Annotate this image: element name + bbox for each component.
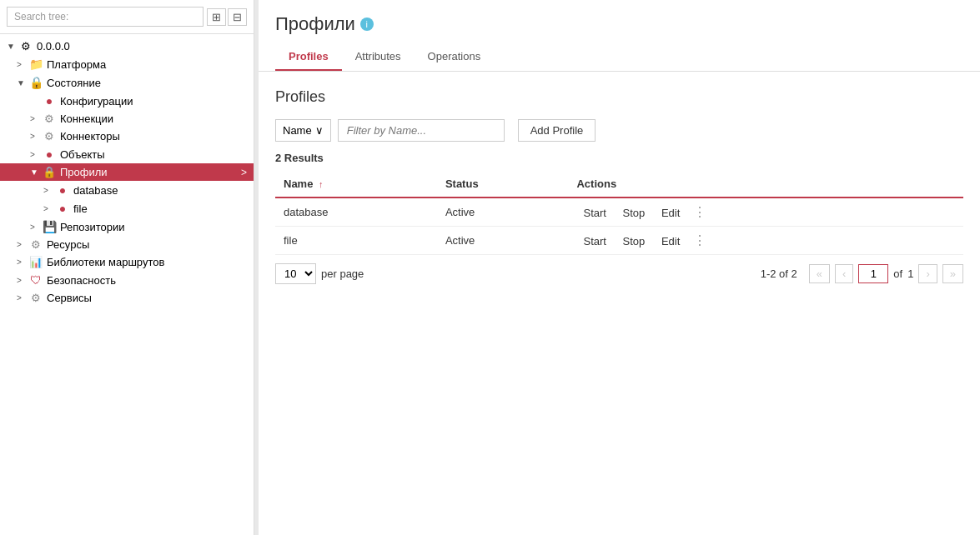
chevron-down-icon: ∨ [315,124,324,137]
tree-item-profiles-database[interactable]: > ● database [0,181,254,199]
cell-status-database: Active [437,198,569,227]
content-area: Profiles Name ∨ Add Profile 2 Results Na… [259,72,980,535]
shield-icon: 🛡 [28,273,43,287]
info-icon[interactable]: i [360,18,374,31]
arrow-services: > [17,293,28,302]
tree-item-repositories[interactable]: > 💾 Репозитории [0,218,254,236]
arrow-resources: > [17,240,28,249]
sort-arrow-icon: ↑ [319,179,324,189]
tree-label-services: Сервисы [47,292,92,304]
pagination-next-button[interactable]: › [918,264,937,283]
pagination-page-input[interactable] [858,264,888,283]
connectors-icon: ⚙ [42,130,57,142]
tree-label-connectors: Коннекторы [60,130,120,142]
sidebar: ⊞ ⊟ ▼ ⚙ 0.0.0.0 > 📁 Платформа ▼ 🔒 Состоя… [0,0,254,535]
more-button-file[interactable]: ⋮ [690,232,710,248]
main-content: Профили i Profiles Attributes Operations… [259,0,980,535]
tree-label-configurations: Конфигурации [60,95,133,108]
search-bar: ⊞ ⊟ [0,0,254,34]
arrow-profiles-file: > [43,204,55,213]
stop-button-file[interactable]: Stop [616,235,652,248]
pagination-first-button[interactable]: « [809,264,830,283]
edit-button-database[interactable]: Edit [655,207,686,219]
tree-item-profiles-file[interactable]: > ● file [0,199,254,218]
results-info: 2 Results [275,152,963,164]
tree-label-objects: Объекты [60,148,105,161]
start-button-database[interactable]: Start [576,207,612,219]
arrow-profiles: ▼ [30,168,42,177]
chart-icon: 📊 [28,256,43,268]
tree-item-resources[interactable]: > ⚙ Ресурсы [0,236,254,253]
filter-dropdown-label: Name [283,124,312,137]
arrow-state: ▼ [17,78,28,88]
tree-item-connections[interactable]: > ⚙ Коннекции [0,110,254,128]
arrow-connectors: > [30,132,42,141]
more-button-database[interactable]: ⋮ [690,204,710,220]
tree-label-platform: Платформа [47,58,106,71]
collapse-tree-button[interactable]: ⊟ [228,8,247,26]
gear-icon: ⚙ [18,40,33,52]
tree-label-profiles-database: database [73,184,118,197]
per-page-select[interactable]: 10 25 50 [275,263,316,284]
lock-icon: 🔒 [28,76,43,89]
profiles-table: Name ↑ Status Actions database Active St… [275,171,963,255]
pagination-prev-button[interactable]: ‹ [835,264,853,283]
tree-item-security[interactable]: > 🛡 Безопасность [0,271,254,289]
arrow-objects: > [30,150,42,159]
main-header: Профили i Profiles Attributes Operations [259,0,980,72]
expand-tree-button[interactable]: ⊞ [207,8,226,26]
tree-label-profiles-file: file [73,202,88,215]
tree-item-state[interactable]: ▼ 🔒 Состояние [0,73,254,92]
arrow-connections: > [30,114,42,123]
tree-item-route-libs[interactable]: > 📊 Библиотеки маршрутов [0,253,254,271]
database-icon: ● [55,183,70,197]
per-page-label: per page [321,268,364,280]
pagination-last-button[interactable]: » [942,264,963,283]
add-profile-button[interactable]: Add Profile [518,119,596,142]
filter-bar: Name ∨ Add Profile [275,119,963,142]
arrow-root: ▼ [7,42,18,51]
page-title: Профили i [275,13,963,35]
resources-icon: ⚙ [28,238,43,251]
tree-item-root[interactable]: ▼ ⚙ 0.0.0.0 [0,38,254,55]
tab-operations[interactable]: Operations [415,43,495,71]
search-input[interactable] [7,7,204,27]
tree-item-profiles[interactable]: ▼ 🔒 Профили > [0,163,254,181]
tabs: Profiles Attributes Operations [275,43,963,71]
tree-label-repositories: Репозитории [60,221,124,233]
arrow-security: > [17,276,28,285]
tree: ▼ ⚙ 0.0.0.0 > 📁 Платформа ▼ 🔒 Состояние … [0,34,254,535]
tree-item-connectors[interactable]: > ⚙ Коннекторы [0,128,254,145]
cell-name-database: database [275,198,437,227]
arrow-repositories: > [30,222,42,232]
pagination-range: 1-2 of 2 [761,268,797,280]
tree-item-platform[interactable]: > 📁 Платформа [0,55,254,73]
app-container: ⊞ ⊟ ▼ ⚙ 0.0.0.0 > 📁 Платформа ▼ 🔒 Состоя… [0,0,980,535]
tree-label-profiles: Профили [60,166,108,178]
tree-item-configurations[interactable]: › ● Конфигурации [0,92,254,110]
tree-label-connections: Коннекции [60,112,113,125]
tab-profiles[interactable]: Profiles [275,43,342,71]
tab-attributes[interactable]: Attributes [342,43,415,71]
pagination-of-label: of [893,268,902,280]
start-button-file[interactable]: Start [576,235,612,248]
filter-dropdown[interactable]: Name ∨ [275,119,331,142]
column-actions: Actions [568,171,963,198]
section-title: Profiles [275,88,963,106]
filter-input[interactable] [338,119,505,142]
page-title-text: Профили [275,13,355,35]
folder-icon: 📁 [28,58,43,71]
edit-button-file[interactable]: Edit [655,235,686,248]
arrow-platform: > [17,60,28,69]
connections-icon: ⚙ [42,112,57,125]
stop-button-database[interactable]: Stop [616,207,652,219]
cell-actions-database: Start Stop Edit ⋮ [568,198,963,227]
tree-item-objects[interactable]: > ● Объекты [0,145,254,163]
tree-item-services[interactable]: > ⚙ Сервисы [0,289,254,307]
repositories-icon: 💾 [42,220,57,233]
objects-icon: ● [42,148,57,161]
column-name[interactable]: Name ↑ [275,171,437,198]
pagination-total-pages: 1 [907,268,913,280]
cell-status-file: Active [437,227,569,255]
cell-name-file: file [275,227,437,255]
